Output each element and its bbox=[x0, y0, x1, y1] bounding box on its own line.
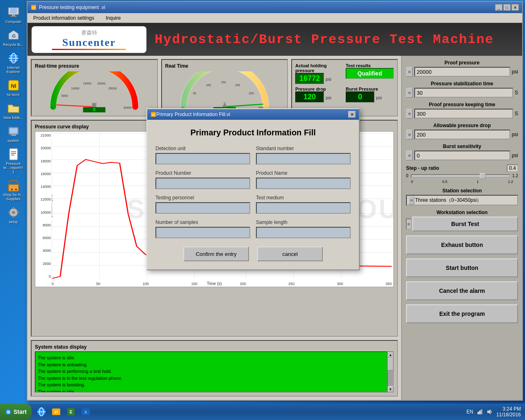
desktop-icon-system-label: system bbox=[7, 139, 19, 143]
taskbar: ⊞ Start vi E X EN 3:24 PM 11/18/2016 bbox=[0, 404, 525, 420]
testing-personnel-label: Testing personnel bbox=[155, 195, 250, 201]
desktop: Computer ♻ Recycle Bi... Internet Explor… bbox=[0, 0, 525, 404]
svg-rect-20 bbox=[9, 185, 18, 191]
taskbar-ie-icon[interactable] bbox=[35, 405, 48, 418]
taskbar-running-apps: vi E X bbox=[32, 405, 96, 418]
svg-rect-69 bbox=[479, 411, 481, 414]
standard-number-field: Standard number bbox=[256, 146, 351, 164]
desktop-icon-ie-label: Internet Explorer bbox=[3, 66, 24, 74]
clock-date: 11/18/2016 bbox=[496, 412, 521, 418]
svg-text:E: E bbox=[70, 410, 73, 414]
svg-text:X: X bbox=[84, 410, 87, 414]
svg-text:vi: vi bbox=[152, 113, 155, 116]
dialog-content: Primary Product Information Fill Detecti… bbox=[147, 120, 359, 269]
windows-logo-icon: ⊞ bbox=[5, 409, 11, 415]
svg-rect-14 bbox=[10, 128, 17, 133]
taskbar-locale: EN bbox=[466, 409, 473, 415]
product-name-label: Product Name bbox=[256, 170, 351, 176]
svg-point-21 bbox=[11, 189, 13, 190]
test-medium-input[interactable] bbox=[256, 202, 351, 214]
start-button-taskbar[interactable]: ⊞ Start bbox=[0, 404, 32, 420]
dialog-overlay: vi Primary Product Information Fill.vi ✕… bbox=[27, 2, 522, 400]
main-window: vi Pressure testing equipment .vi _ □ ✕ … bbox=[27, 1, 523, 401]
start-label: Start bbox=[14, 409, 27, 415]
svg-rect-25 bbox=[13, 207, 14, 209]
detection-unit-field: Detection unit bbox=[155, 146, 250, 164]
product-name-input[interactable] bbox=[256, 178, 351, 189]
desktop-icon-report-label: Pressure te... report!!! 1 bbox=[3, 162, 24, 174]
desktop-icon-shop-label: Shop for H... Supplies bbox=[3, 193, 24, 201]
product-number-input[interactable] bbox=[155, 178, 250, 189]
taskbar-right: EN 3:24 PM 11/18/2016 bbox=[466, 406, 525, 418]
svg-rect-27 bbox=[8, 212, 10, 213]
svg-text:⊞: ⊞ bbox=[7, 410, 10, 414]
desktop-icon-newfolder[interactable]: New folde... bbox=[1, 100, 26, 121]
desktop-icon-computer[interactable]: Computer bbox=[1, 4, 26, 25]
num-samples-label: Number of samples bbox=[155, 219, 250, 225]
svg-rect-15 bbox=[11, 135, 16, 136]
taskbar-app3-icon[interactable]: X bbox=[79, 405, 92, 418]
desktop-icon-setup-label: setup bbox=[9, 220, 18, 224]
svg-rect-1 bbox=[10, 8, 17, 14]
volume-tray-icon bbox=[486, 409, 493, 415]
svg-text:vi: vi bbox=[55, 410, 58, 414]
svg-rect-26 bbox=[13, 216, 14, 218]
product-number-field: Product Number bbox=[155, 170, 250, 189]
sample-length-input[interactable] bbox=[256, 227, 351, 238]
dialog-titlebar: vi Primary Product Information Fill.vi ✕ bbox=[147, 109, 359, 120]
svg-rect-16 bbox=[9, 148, 18, 160]
testing-personnel-field: Testing personnel bbox=[155, 195, 250, 214]
desktop-icon-nimax-label: NI MAX bbox=[7, 93, 20, 97]
sample-length-label: Sample length bbox=[256, 219, 351, 225]
sample-length-field: Sample length bbox=[256, 219, 351, 238]
standard-number-label: Standard number bbox=[256, 146, 351, 151]
desktop-icon-system[interactable]: system bbox=[1, 123, 26, 144]
clock-time: 3:24 PM bbox=[496, 406, 521, 412]
desktop-icons-panel: Computer ♻ Recycle Bi... Internet Explor… bbox=[0, 0, 27, 404]
dialog-close-button[interactable]: ✕ bbox=[348, 111, 356, 118]
svg-rect-68 bbox=[477, 412, 479, 414]
taskbar-app1-icon[interactable]: vi bbox=[50, 405, 63, 418]
dialog-window: vi Primary Product Information Fill.vi ✕… bbox=[146, 108, 360, 270]
desktop-icon-shop[interactable]: Shop for H... Supplies bbox=[1, 177, 26, 203]
svg-rect-2 bbox=[12, 15, 15, 16]
taskbar-app2-icon[interactable]: E bbox=[64, 405, 78, 418]
system-clock: 3:24 PM 11/18/2016 bbox=[496, 406, 521, 418]
svg-text:♻: ♻ bbox=[11, 33, 16, 39]
desktop-icon-report[interactable]: Pressure te... report!!! 1 bbox=[1, 146, 26, 176]
detection-unit-input[interactable] bbox=[155, 153, 250, 164]
svg-point-24 bbox=[12, 211, 15, 214]
network-tray-icon bbox=[477, 409, 483, 415]
num-samples-input[interactable] bbox=[155, 227, 250, 238]
dialog-buttons: Confirm the entry cancel bbox=[155, 247, 351, 261]
dialog-cancel-button[interactable]: cancel bbox=[257, 247, 323, 261]
num-samples-field: Number of samples bbox=[155, 219, 250, 238]
dialog-form: Detection unit Standard number Product N… bbox=[155, 146, 351, 238]
testing-personnel-input[interactable] bbox=[155, 202, 250, 214]
svg-rect-70 bbox=[481, 409, 482, 414]
standard-number-input[interactable] bbox=[256, 153, 351, 164]
svg-rect-28 bbox=[17, 212, 19, 213]
dialog-icon: vi bbox=[151, 112, 156, 117]
svg-marker-71 bbox=[487, 409, 491, 414]
svg-point-22 bbox=[15, 189, 17, 190]
product-name-field: Product Name bbox=[256, 170, 351, 189]
product-number-label: Product Number bbox=[155, 170, 250, 176]
confirm-entry-button[interactable]: Confirm the entry bbox=[183, 247, 249, 261]
desktop-icon-ie[interactable]: Internet Explorer bbox=[1, 50, 26, 75]
detection-unit-label: Detection unit bbox=[155, 146, 250, 151]
dialog-title-text: Primary Product Information Fill.vi bbox=[156, 112, 348, 117]
desktop-icon-recycle[interactable]: ♻ Recycle Bi... bbox=[1, 27, 26, 48]
desktop-icon-recycle-label: Recycle Bi... bbox=[3, 43, 23, 47]
dialog-main-title: Primary Product Information Fill bbox=[155, 128, 351, 137]
desktop-icon-nimax[interactable]: NI NI MAX bbox=[1, 77, 26, 98]
test-medium-field: Test medium bbox=[256, 195, 351, 214]
test-medium-label: Test medium bbox=[256, 195, 351, 201]
desktop-icon-setup[interactable]: setup bbox=[1, 204, 26, 226]
desktop-icon-newfolder-label: New folde... bbox=[4, 116, 23, 120]
svg-rect-3 bbox=[10, 16, 17, 17]
svg-text:NI: NI bbox=[11, 83, 16, 89]
desktop-icon-computer-label: Computer bbox=[5, 20, 22, 24]
